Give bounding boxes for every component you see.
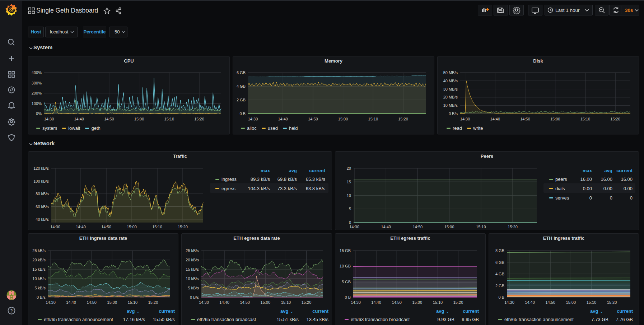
svg-text:14:30: 14:30 bbox=[248, 117, 258, 121]
svg-text:0%: 0% bbox=[36, 111, 42, 116]
svg-text:14:30: 14:30 bbox=[44, 117, 54, 121]
svg-text:14:40: 14:40 bbox=[490, 117, 500, 121]
svg-text:20 MB/s: 20 MB/s bbox=[443, 95, 458, 99]
svg-text:15:10: 15:10 bbox=[580, 117, 591, 121]
svg-text:15:10: 15:10 bbox=[368, 117, 378, 121]
svg-text:14:50: 14:50 bbox=[104, 117, 114, 121]
svg-text:30s: 30s bbox=[625, 8, 633, 13]
svg-text:50 MB/s: 50 MB/s bbox=[443, 70, 458, 75]
svg-text:15:00: 15:00 bbox=[550, 117, 560, 121]
svg-text:14:50: 14:50 bbox=[520, 117, 530, 121]
svg-text:14:30: 14:30 bbox=[460, 117, 470, 121]
svg-text:Last 1 hour: Last 1 hour bbox=[555, 8, 580, 13]
svg-text:0 B/s: 0 B/s bbox=[449, 111, 458, 116]
svg-text:15:00: 15:00 bbox=[134, 117, 144, 121]
svg-text:4 GB: 4 GB bbox=[237, 84, 246, 88]
svg-text:15:20: 15:20 bbox=[194, 117, 204, 121]
svg-text:6 GB: 6 GB bbox=[237, 70, 246, 75]
svg-text:10 MB/s: 10 MB/s bbox=[443, 103, 458, 107]
svg-text:30 MB/s: 30 MB/s bbox=[443, 87, 458, 91]
svg-text:2 GB: 2 GB bbox=[237, 98, 246, 102]
svg-text:14:40: 14:40 bbox=[278, 117, 288, 121]
svg-text:200%: 200% bbox=[32, 91, 42, 95]
svg-text:14:40: 14:40 bbox=[74, 117, 84, 121]
svg-text:14:50: 14:50 bbox=[308, 117, 318, 121]
svg-text:?: ? bbox=[10, 308, 13, 313]
svg-text:15:20: 15:20 bbox=[398, 117, 408, 121]
svg-text:15:10: 15:10 bbox=[164, 117, 174, 121]
svg-text:100%: 100% bbox=[32, 101, 42, 106]
svg-text:40 MB/s: 40 MB/s bbox=[443, 79, 458, 83]
svg-text:300%: 300% bbox=[32, 81, 42, 85]
svg-text:0 B: 0 B bbox=[239, 111, 246, 116]
svg-text:15:20: 15:20 bbox=[610, 117, 620, 121]
svg-text:15:00: 15:00 bbox=[338, 117, 348, 121]
svg-text:400%: 400% bbox=[32, 70, 42, 75]
